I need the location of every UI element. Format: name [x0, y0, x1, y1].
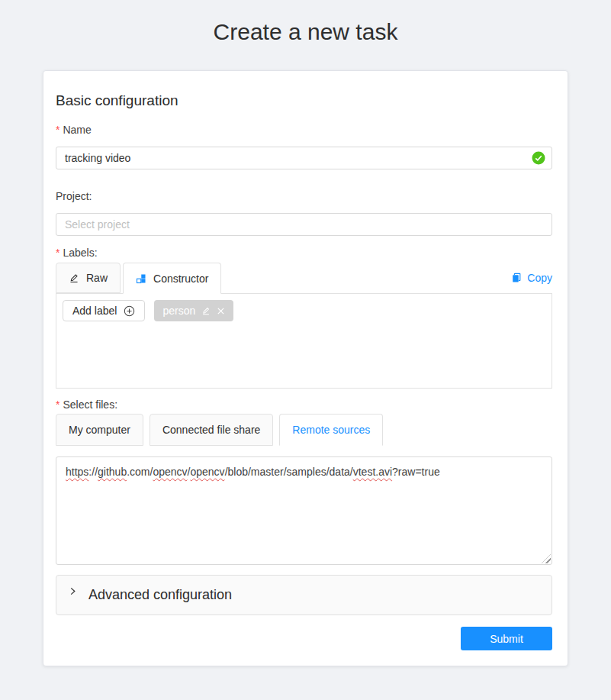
chevron-right-icon	[69, 587, 77, 595]
tab-my-computer-label: My computer	[69, 424, 130, 436]
name-input-wrap	[56, 147, 552, 169]
name-label-text: Name	[63, 124, 91, 136]
tab-constructor-label: Constructor	[153, 273, 208, 285]
submit-row: Submit	[56, 627, 552, 650]
tab-raw[interactable]: Raw	[56, 263, 121, 293]
select-files-field-label: * Select files:	[56, 398, 552, 411]
tab-raw-label: Raw	[86, 272, 108, 284]
edit-icon[interactable]	[201, 306, 211, 315]
select-files-label-text: Select files:	[63, 398, 117, 411]
remote-urls-textarea[interactable]: https://github.com/opencv/opencv/blob/ma…	[56, 456, 552, 565]
tab-connected-file-share[interactable]: Connected file share	[150, 414, 273, 446]
create-task-card: Basic configuration * Name Project: * La…	[43, 70, 568, 666]
label-constructor-panel: Add label person	[56, 293, 552, 389]
add-label-button[interactable]: Add label	[63, 300, 145, 321]
labels-field-label: * Labels:	[56, 247, 552, 259]
tab-connected-file-share-label: Connected file share	[162, 424, 260, 436]
resize-handle[interactable]	[542, 554, 551, 563]
copy-link-label: Copy	[527, 272, 552, 284]
basic-configuration-heading: Basic configuration	[56, 92, 552, 109]
advanced-configuration-title: Advanced configuration	[88, 587, 232, 603]
files-tabbar: My computer Connected file share Remote …	[56, 414, 552, 446]
advanced-configuration-toggle[interactable]: Advanced configuration	[56, 575, 552, 615]
required-mark: *	[56, 398, 59, 411]
required-mark: *	[56, 124, 59, 136]
label-chip-name: person	[162, 305, 195, 317]
project-select-input[interactable]	[56, 213, 552, 236]
label-chip-person: person	[154, 300, 233, 321]
project-label-text: Project:	[56, 190, 92, 202]
plus-circle-icon	[124, 305, 135, 317]
tab-remote-sources[interactable]: Remote sources	[279, 414, 383, 446]
project-field-label: Project:	[56, 190, 552, 202]
add-label-button-label: Add label	[72, 305, 117, 317]
page-title: Create a new task	[0, 19, 611, 45]
close-icon[interactable]	[217, 307, 225, 315]
edit-icon	[69, 273, 79, 283]
name-input[interactable]	[56, 147, 552, 169]
required-mark: *	[56, 247, 59, 259]
submit-button[interactable]: Submit	[461, 627, 552, 650]
tab-constructor[interactable]: Constructor	[123, 263, 221, 294]
build-icon	[136, 273, 146, 284]
labels-label-text: Labels:	[63, 247, 97, 259]
copy-labels-link[interactable]: Copy	[511, 272, 552, 284]
tab-my-computer[interactable]: My computer	[56, 414, 143, 446]
check-circle-icon	[532, 151, 545, 165]
labels-tabbar: Raw Constructor Copy	[56, 263, 552, 293]
name-field-label: * Name	[56, 124, 552, 136]
copy-icon	[511, 273, 522, 283]
tab-remote-sources-label: Remote sources	[292, 424, 370, 436]
project-input-wrap	[56, 213, 552, 236]
